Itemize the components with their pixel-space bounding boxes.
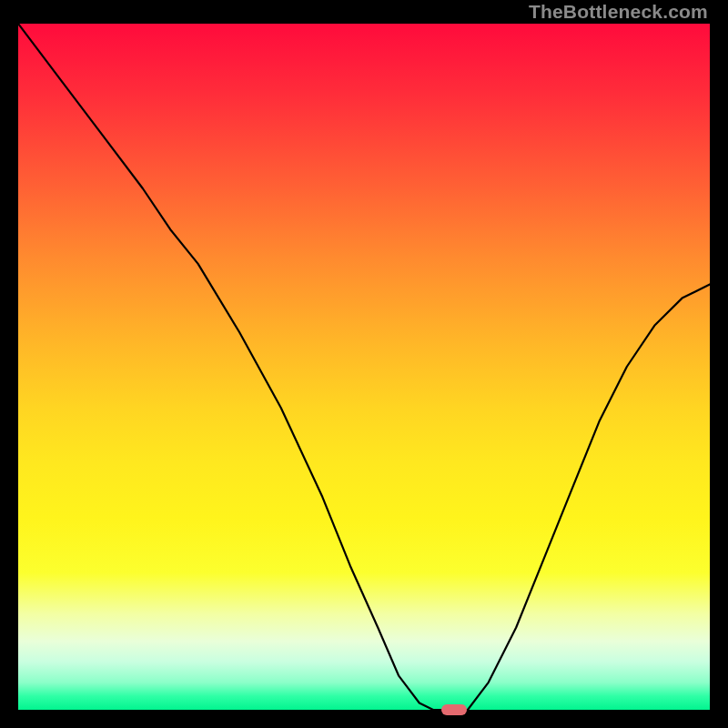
- chart-frame: [18, 24, 710, 710]
- chart-svg: [18, 24, 710, 710]
- bottleneck-curve: [18, 24, 710, 710]
- watermark-text: TheBottleneck.com: [529, 1, 708, 23]
- optimum-marker: [441, 704, 467, 715]
